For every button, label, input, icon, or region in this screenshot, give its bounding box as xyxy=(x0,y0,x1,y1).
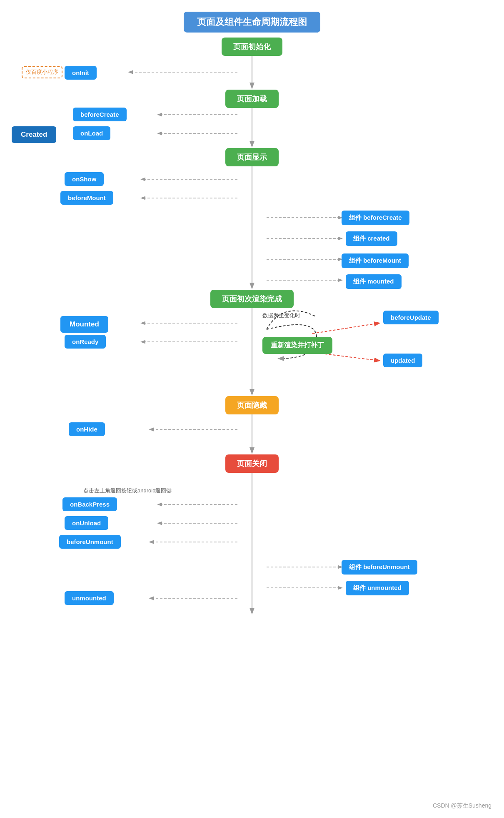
onHide-label: onHide xyxy=(69,422,105,436)
rerender-box: 重新渲染并打补丁 xyxy=(262,337,332,354)
diagram-container: 页面及组件生命周期流程图 页面初始化 页面加载 页面显示 页面初次渲染完成 页面… xyxy=(0,0,504,818)
page-init-box: 页面初始化 xyxy=(222,38,282,56)
page-close-box: 页面关闭 xyxy=(225,454,279,473)
Mounted-label: Mounted xyxy=(60,316,108,333)
updated-label: updated xyxy=(383,354,422,367)
created-label: Created xyxy=(12,126,56,143)
comp-beforeMount-label: 组件 beforeMount xyxy=(342,253,409,268)
data-change-text: 数据发生变化时 xyxy=(262,312,300,319)
onReady-label: onReady xyxy=(65,335,106,349)
onLoad-label: onLoad xyxy=(73,126,110,140)
svg-line-24 xyxy=(312,323,379,334)
beforeMount-label: beforeMount xyxy=(60,191,113,205)
beforeUnmount-label: beforeUnmount xyxy=(59,535,121,549)
comp-unmounted-label: 组件 unmounted xyxy=(346,581,409,595)
page-title: 页面及组件生命周期流程图 xyxy=(184,12,320,33)
unmounted-label: unmounted xyxy=(65,591,114,605)
comp-created-label: 组件 created xyxy=(346,231,397,246)
page-hide-box: 页面隐藏 xyxy=(225,396,279,414)
baidu-badge: 仅百度小程序 xyxy=(22,66,62,78)
comp-beforeCreate-label: 组件 beforeCreate xyxy=(342,211,409,225)
onInit-label: onInit xyxy=(65,66,97,80)
onShow-label: onShow xyxy=(65,172,104,186)
comp-mounted-label: 组件 mounted xyxy=(346,274,402,289)
watermark: CSDN @苏生Susheng xyxy=(433,802,492,810)
page-show-box: 页面显示 xyxy=(225,148,279,166)
onBackPress-label: onBackPress xyxy=(62,497,117,511)
onUnload-label: onUnload xyxy=(65,516,108,530)
beforeCreate-label: beforeCreate xyxy=(73,108,127,121)
page-first-render-box: 页面初次渲染完成 xyxy=(210,290,294,308)
click-text: 点击左上角返回按钮或android返回键 xyxy=(83,487,172,494)
beforeUpdate-label: beforeUpdate xyxy=(383,311,439,324)
comp-beforeUnmount-label: 组件 beforeUnmount xyxy=(342,560,417,575)
page-load-box: 页面加载 xyxy=(225,90,279,108)
